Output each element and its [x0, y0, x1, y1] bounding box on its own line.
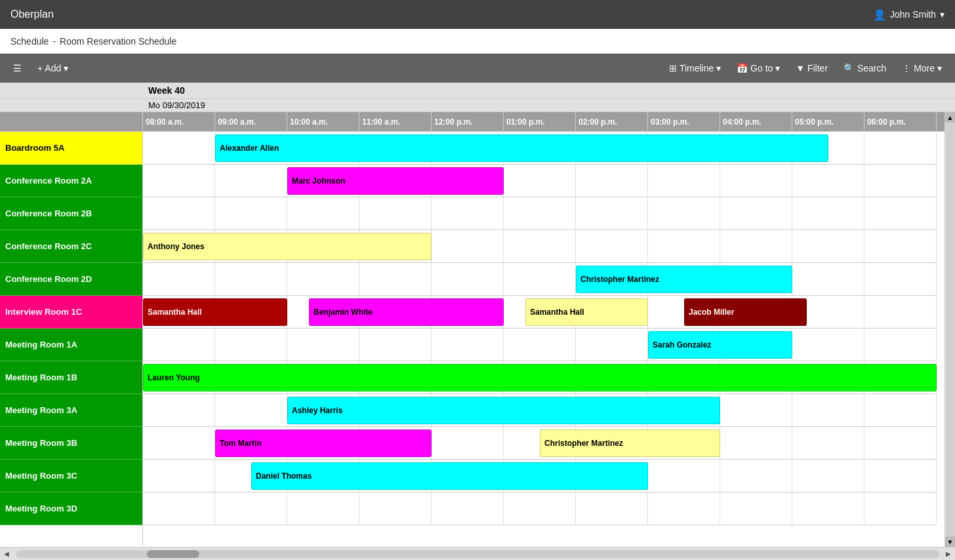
room-label-meeting-3d[interactable]: Meeting Room 3D [0, 492, 142, 525]
reservation-meeting-1a-sarah-gonzalez[interactable]: Sarah Gonzalez [648, 331, 792, 359]
toolbar-right: ⊞ Timeline ▾ 📅 Go to ▾ ▼ Filter 🔍 Search… [664, 60, 947, 76]
slot-conf-2d-3 [359, 263, 432, 295]
timeline-area[interactable]: 08:00 a.m.09:00 a.m.10:00 a.m.11:00 a.m.… [143, 112, 945, 547]
slot-conf-2b-7 [648, 197, 720, 230]
room-label-meeting-1a[interactable]: Meeting Room 1A [0, 329, 142, 361]
schedule-row-conf-2c: Anthony Jones [143, 230, 937, 263]
slot-boardroom-5a-10 [864, 132, 937, 164]
horizontal-scroll-track [16, 550, 939, 558]
reservation-interview-1c-benjamin-white[interactable]: Benjamin White [309, 298, 504, 326]
user-icon: 👤 [873, 9, 886, 21]
user-menu[interactable]: 👤 John Smith ▾ [873, 9, 945, 21]
reservation-interview-1c-samantha-hall[interactable]: Samantha Hall [525, 298, 648, 326]
room-label-meeting-3b[interactable]: Meeting Room 3B [0, 427, 142, 460]
more-button[interactable]: ⋮ More ▾ [897, 60, 947, 76]
slot-meeting-1a-2 [287, 329, 359, 361]
schedule-row-meeting-1b: Lauren Young [143, 361, 937, 394]
slot-meeting-3c-8 [720, 460, 792, 492]
slot-conf-2c-7 [648, 230, 720, 262]
goto-button[interactable]: 📅 Go to ▾ [731, 60, 785, 76]
add-button[interactable]: + Add ▾ [32, 60, 73, 76]
slot-meeting-3d-4 [432, 492, 504, 525]
slot-meeting-3b-10 [864, 427, 937, 459]
vertical-scrollbar[interactable]: ▲ ▼ [945, 112, 955, 547]
slot-conf-2b-9 [792, 197, 864, 230]
schedule-row-conf-2d: Christopher Martinez [143, 263, 937, 296]
slot-conf-2a-10 [864, 165, 937, 197]
slot-meeting-3a-0 [143, 394, 215, 426]
slot-conf-2b-8 [720, 197, 792, 230]
scroll-right-button[interactable]: ▶ [942, 550, 955, 557]
scroll-thumb[interactable] [147, 550, 199, 558]
search-button[interactable]: 🔍 Search [838, 60, 891, 76]
scroll-down-button[interactable]: ▼ [945, 536, 956, 547]
slot-conf-2d-0 [143, 263, 215, 295]
room-label-meeting-3c[interactable]: Meeting Room 3C [0, 460, 142, 492]
time-slot-2: 10:00 a.m. [287, 112, 359, 131]
scroll-up-button[interactable]: ▲ [945, 112, 956, 123]
slot-meeting-3d-0 [143, 492, 215, 525]
slot-meeting-3c-9 [792, 460, 864, 492]
user-name: John Smith [890, 9, 936, 20]
schedule-row-boardroom-5a: Alexander Allen [143, 132, 937, 165]
slot-conf-2b-0 [143, 197, 215, 230]
slot-conf-2c-5 [504, 230, 576, 262]
reservation-interview-1c-samantha-hall[interactable]: Samantha Hall [143, 298, 287, 326]
reservation-meeting-3c-daniel-thomas[interactable]: Daniel Thomas [251, 462, 648, 490]
breadcrumb-schedule[interactable]: Schedule [10, 36, 49, 47]
slot-meeting-3d-2 [287, 492, 359, 525]
room-label-conf-2b[interactable]: Conference Room 2B [0, 197, 142, 230]
horizontal-scrollbar[interactable]: ◀ ▶ [0, 547, 955, 560]
app-logo: Oberplan [10, 9, 54, 20]
room-label-conf-2a[interactable]: Conference Room 2A [0, 165, 142, 197]
reservation-conf-2d-christopher-martinez[interactable]: Christopher Martinez [576, 266, 792, 293]
room-label-meeting-1b[interactable]: Meeting Room 1B [0, 361, 142, 394]
filter-button[interactable]: ▼ Filter [790, 60, 833, 76]
room-label-boardroom-5a[interactable]: Boardroom 5A [0, 132, 142, 165]
slot-meeting-1a-1 [215, 329, 287, 361]
slot-conf-2c-8 [720, 230, 792, 262]
room-label-meeting-3a[interactable]: Meeting Room 3A [0, 394, 142, 427]
reservation-meeting-1b-lauren-young[interactable]: Lauren Young [143, 364, 937, 391]
slot-meeting-3b-4 [432, 427, 504, 459]
room-label-conf-2d[interactable]: Conference Room 2D [0, 263, 142, 296]
timeline-button[interactable]: ⊞ Timeline ▾ [664, 60, 726, 76]
slot-meeting-3c-0 [143, 460, 215, 492]
slot-conf-2b-3 [359, 197, 432, 230]
slot-meeting-3d-5 [504, 492, 576, 525]
topbar: Oberplan 👤 John Smith ▾ [0, 0, 955, 29]
reservation-conf-2a-marc-johnson[interactable]: Marc Johnson [287, 167, 504, 195]
slot-meeting-3d-7 [648, 492, 720, 525]
slot-interview-1c-10 [864, 296, 937, 328]
slot-conf-2a-1 [215, 165, 287, 197]
schedule-row-conf-2a: Marc Johnson [143, 165, 937, 197]
room-label-interview-1c[interactable]: Interview Room 1C [0, 296, 142, 329]
grid-wrapper: Boardroom 5AConference Room 2AConference… [0, 112, 955, 547]
time-slot-6: 02:00 p.m. [576, 112, 648, 131]
slot-conf-2a-8 [720, 165, 792, 197]
menu-button[interactable]: ☰ [8, 60, 27, 76]
reservation-meeting-3a-ashley-harris[interactable]: Ashley Harris [287, 397, 720, 424]
reservation-boardroom-5a-alexander-allen[interactable]: Alexander Allen [215, 134, 828, 162]
breadcrumb-page: Room Reservation Schedule [60, 36, 176, 47]
reservation-interview-1c-jacob-miller[interactable]: Jacob Miller [684, 298, 807, 326]
scroll-left-button[interactable]: ◀ [0, 550, 13, 557]
slot-meeting-1a-3 [359, 329, 432, 361]
slot-meeting-3a-8 [720, 394, 792, 426]
toolbar-left: ☰ + Add ▾ [8, 60, 73, 76]
reservation-meeting-3b-tom-martin[interactable]: Tom Martin [215, 430, 432, 457]
time-slot-8: 04:00 p.m. [720, 112, 792, 131]
slot-meeting-3c-7 [648, 460, 720, 492]
reservation-meeting-3b-christopher-martinez[interactable]: Christopher Martinez [540, 430, 720, 457]
breadcrumb: Schedule - Room Reservation Schedule [0, 29, 955, 54]
user-dropdown-icon: ▾ [940, 9, 945, 20]
slot-conf-2b-1 [215, 197, 287, 230]
reservation-conf-2c-anthony-jones[interactable]: Anthony Jones [143, 233, 432, 260]
schedule-row-meeting-3b: Tom MartinChristopher Martinez [143, 427, 937, 460]
slot-meeting-1a-10 [864, 329, 937, 361]
room-label-conf-2c[interactable]: Conference Room 2C [0, 230, 142, 263]
slot-conf-2a-7 [648, 165, 720, 197]
slot-meeting-1a-9 [792, 329, 864, 361]
slot-meeting-1a-5 [504, 329, 576, 361]
time-slot-10: 06:00 p.m. [864, 112, 937, 131]
